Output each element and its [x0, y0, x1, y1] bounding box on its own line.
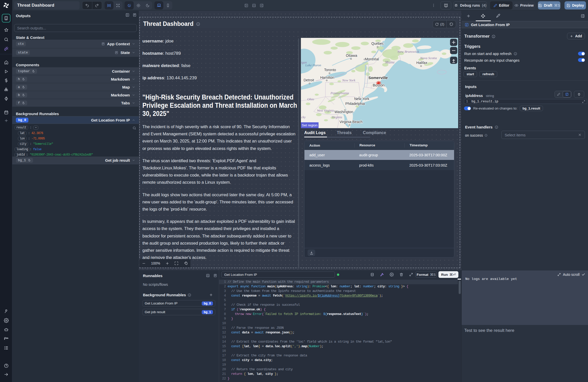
svg-text:Virginia: Virginia: [332, 115, 342, 119]
svg-text:Hamilton: Hamilton: [320, 75, 334, 80]
svg-text:Maine: Maine: [385, 60, 395, 64]
svg-text:f: f: [567, 93, 568, 95]
svg-text:New York: New York: [354, 97, 369, 101]
svg-text:Ottawa: Ottawa: [346, 53, 357, 58]
svg-text:Detroit: Detroit: [303, 78, 314, 82]
svg-text:Boston: Boston: [373, 83, 385, 87]
svg-text:Québec: Québec: [371, 41, 384, 46]
svg-text:Pennsylvania: Pennsylvania: [330, 91, 349, 95]
svg-text:Ohio: Ohio: [307, 97, 314, 101]
svg-text:Somerville: Somerville: [368, 75, 388, 80]
svg-text:Virginia Beach: Virginia Beach: [340, 120, 363, 124]
svg-text:Toronto: Toronto: [324, 68, 336, 72]
svg-text:New York: New York: [342, 78, 356, 82]
svg-text:New Brunswick: New Brunswick: [397, 50, 419, 53]
svg-text:f: f: [466, 23, 468, 26]
svg-text:Nova Scotia: Nova Scotia: [420, 56, 437, 60]
svg-text:Philadelphia: Philadelphia: [345, 102, 365, 106]
svg-text:Montréal: Montréal: [365, 57, 379, 61]
svg-text:Halifax: Halifax: [416, 61, 427, 65]
svg-text:igan: igan: [301, 61, 307, 64]
svg-text:Set region: Set region: [302, 123, 318, 127]
svg-text:cky: cky: [301, 115, 306, 119]
svg-text:Washington: Washington: [334, 110, 353, 114]
svg-text:West Virginia: West Virginia: [317, 109, 334, 112]
svg-text:Lake Huron: Lake Huron: [305, 63, 321, 67]
